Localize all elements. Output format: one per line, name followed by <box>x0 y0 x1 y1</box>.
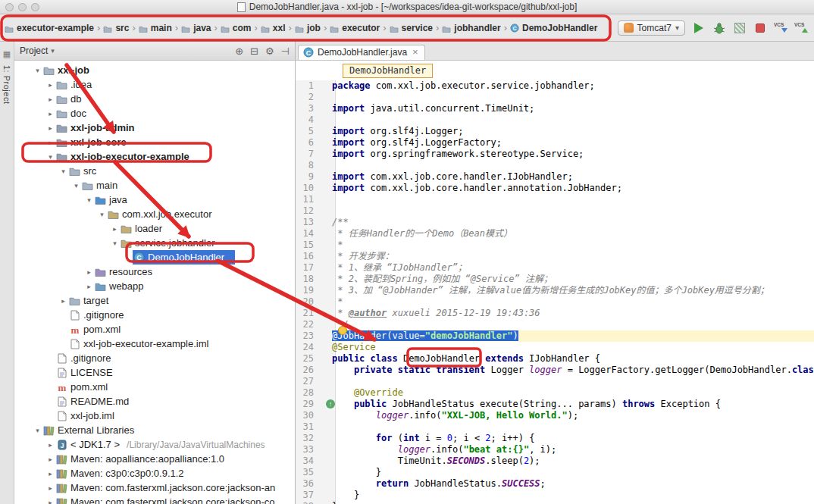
collapsed-arrow-icon[interactable]: ▸ <box>45 470 55 477</box>
code-line[interactable]: 36 return JobHandleStatus.SUCCESS; <box>296 478 814 490</box>
chevron-down-icon[interactable]: ▾ <box>51 47 55 55</box>
tree-item--jdk1-7-[interactable]: ▸J< JDK1.7 >/Library/Java/JavaVirtualMac… <box>14 437 295 452</box>
code-line[interactable]: 7import org.springframework.stereotype.S… <box>296 149 814 160</box>
code-line[interactable]: 37 } <box>296 490 814 501</box>
tree-item-src[interactable]: ▾src <box>14 164 295 178</box>
collapsed-arrow-icon[interactable]: ▸ <box>45 110 55 117</box>
stop-button[interactable] <box>753 21 767 35</box>
expanded-arrow-icon[interactable]: ▾ <box>58 167 68 175</box>
tree-item-license[interactable]: LICENSE <box>14 365 295 380</box>
code-line[interactable]: 4 <box>296 114 814 126</box>
code-line[interactable]: 10import com.xxl.job.core.handler.annota… <box>296 183 814 194</box>
expanded-arrow-icon[interactable]: ▾ <box>71 182 81 189</box>
breadcrumb-item-com[interactable]: com <box>219 21 253 35</box>
code-line[interactable]: 5import org.slf4j.Logger; <box>296 126 814 137</box>
collapsed-arrow-icon[interactable]: ▸ <box>58 297 68 305</box>
expanded-arrow-icon[interactable]: ▾ <box>33 67 42 74</box>
tree-item-external-libraries[interactable]: ▾External Libraries <box>14 423 295 437</box>
breadcrumb-item-src[interactable]: src <box>102 21 130 35</box>
expanded-arrow-icon[interactable]: ▾ <box>45 153 55 161</box>
collapsed-arrow-icon[interactable]: ▸ <box>45 455 55 463</box>
expanded-arrow-icon[interactable]: ▾ <box>33 427 42 434</box>
tree-item-maven-com-fasterxml-jackson-core-jackson-an[interactable]: ▸Maven: com.fasterxml.jackson.core:jacks… <box>14 481 295 495</box>
collapsed-arrow-icon[interactable]: ▸ <box>45 139 55 146</box>
expanded-arrow-icon[interactable]: ▾ <box>110 239 120 247</box>
tree-item-db[interactable]: ▸db <box>14 92 295 106</box>
code-line[interactable]: 9import com.xxl.job.core.handler.IJobHan… <box>296 171 814 183</box>
code-line[interactable]: 12 <box>296 205 814 217</box>
tree-item-readme-md[interactable]: README.md <box>14 394 295 409</box>
breadcrumb-item-service[interactable]: service <box>388 21 434 35</box>
tree-item-loader[interactable]: ▸loader <box>14 221 295 236</box>
locate-icon[interactable]: ⊕ <box>235 46 243 56</box>
code-line[interactable]: 27 <box>296 376 814 387</box>
tree-item-maven-com-fasterxml-jackson-core-jackson-co[interactable]: ▸Maven: com.fasterxml.jackson.core:jacks… <box>14 495 295 504</box>
tree-item-xxl-job-executor-example-iml[interactable]: xxl-job-executor-example.iml <box>14 337 295 351</box>
run-configuration-select[interactable]: Tomcat7 ▾ <box>618 20 685 36</box>
code-line[interactable]: 16 * 开发步骤： <box>296 251 814 262</box>
tree-item--idea[interactable]: ▸.idea <box>14 77 295 92</box>
code-line[interactable]: 35 } <box>296 467 814 478</box>
vcs-commit-button[interactable]: VCS <box>794 21 808 35</box>
minimize-window-button[interactable] <box>18 3 27 11</box>
settings-gear-icon[interactable]: ⚙ <box>265 46 274 56</box>
code-line[interactable]: 20 * <box>296 296 814 308</box>
tree-item--gitignore[interactable]: .gitignore <box>14 351 295 365</box>
tree-item-maven-c3p0-c3p0-0-9-1-2[interactable]: ▸Maven: c3p0:c3p0:0.9.1.2 <box>14 466 295 481</box>
tree-item-java[interactable]: ▾java <box>14 193 295 207</box>
collapsed-arrow-icon[interactable]: ▸ <box>45 484 55 492</box>
breadcrumb-item-xxl[interactable]: xxl <box>259 21 287 35</box>
tree-item-xxl-job-core[interactable]: ▸xxl-job-core <box>14 135 295 149</box>
code-line[interactable]: 30 logger.info("XXL-JOB, Hello World."); <box>296 410 814 421</box>
code-line[interactable]: 32 for (int i = 0; i < 2; i++) { <box>296 433 814 444</box>
collapsed-arrow-icon[interactable]: ▸ <box>45 499 55 504</box>
code-line[interactable]: 19 * 3、加 “@JobHander” 注解，注解value值为新增任务生成… <box>296 285 814 296</box>
code-line[interactable]: 38} <box>296 501 814 504</box>
code-line[interactable]: 26 private static transient Logger logge… <box>296 365 814 376</box>
zoom-window-button[interactable] <box>31 3 39 11</box>
code-line[interactable]: 11 <box>296 194 814 205</box>
collapsed-arrow-icon[interactable]: ▸ <box>45 95 55 103</box>
tree-item-doc[interactable]: ▸doc <box>14 106 295 121</box>
tree-item--gitignore[interactable]: .gitignore <box>14 308 295 322</box>
tree-item-pom-xml[interactable]: mpom.xml <box>14 380 295 394</box>
code-line[interactable]: 6import org.slf4j.LoggerFactory; <box>296 137 814 149</box>
breadcrumb-item-main[interactable]: main <box>137 21 174 35</box>
code-line[interactable]: 2 <box>296 92 814 103</box>
code-line[interactable]: 22 */ <box>296 319 814 330</box>
code-line[interactable]: 28 @Override <box>296 387 814 399</box>
tree-item-main[interactable]: ▾main <box>14 178 295 193</box>
coverage-button[interactable] <box>733 21 747 35</box>
tree-item-demojobhandler[interactable]: CDemoJobHandler <box>14 250 295 265</box>
code-line[interactable]: 14 * 任务Handler的一个Demo（Bean模式） <box>296 228 814 239</box>
code-line[interactable]: 8 <box>296 160 814 171</box>
code-line[interactable]: 1package com.xxl.job.executor.service.jo… <box>296 80 814 92</box>
tree-item-xxl-job-iml[interactable]: xxl-job.iml <box>14 409 295 423</box>
code-line[interactable]: 3import java.util.concurrent.TimeUnit; <box>296 103 814 114</box>
tree-item-xxl-job[interactable]: ▾xxl-job <box>14 63 295 77</box>
override-icon[interactable]: ↑ <box>326 399 335 409</box>
hide-panel-icon[interactable]: ⊣ <box>281 46 290 56</box>
project-panel-title[interactable]: Project <box>20 45 48 56</box>
breadcrumb-item-executor-example[interactable]: executor-example <box>3 21 95 35</box>
collapse-all-icon[interactable]: ⊟ <box>250 46 258 56</box>
collapsed-arrow-icon[interactable]: ▸ <box>110 225 120 233</box>
run-button[interactable] <box>692 21 706 35</box>
code-line[interactable]: 21 * @author xuxueli 2015-12-19 19:43:36 <box>296 308 814 319</box>
collapsed-arrow-icon[interactable]: ▸ <box>84 268 94 276</box>
tree-item-resources[interactable]: ▸resources <box>14 265 295 279</box>
code-line[interactable]: 18 * 2、装配到Spring，例如加 “@Service” 注解； <box>296 274 814 285</box>
vcs-update-button[interactable]: VCS <box>774 21 787 35</box>
code-editor[interactable]: 1package com.xxl.job.executor.service.jo… <box>296 80 814 504</box>
expanded-arrow-icon[interactable]: ▾ <box>97 211 107 218</box>
expanded-arrow-icon[interactable]: ▾ <box>84 196 94 204</box>
code-line[interactable]: 24@Service <box>296 342 814 353</box>
structure-chip[interactable]: DemoJobHandler <box>343 64 433 78</box>
debug-button[interactable] <box>712 21 726 35</box>
collapsed-arrow-icon[interactable]: ▸ <box>45 124 55 132</box>
tab-demojobhandler[interactable]: C DemoJobHandler.java × <box>298 45 425 60</box>
close-window-button[interactable] <box>5 3 14 11</box>
intention-bulb-icon[interactable] <box>338 326 347 335</box>
breadcrumb-item-job[interactable]: job <box>293 21 322 35</box>
collapsed-arrow-icon[interactable]: ▸ <box>84 283 94 290</box>
